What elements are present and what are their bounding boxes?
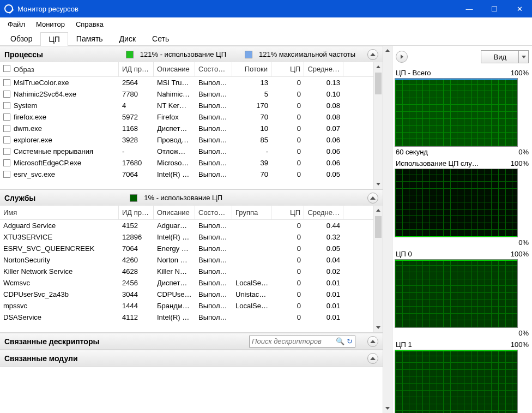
maximize-button[interactable]: ☐ [482, 0, 507, 17]
scroll-down-button[interactable] [374, 323, 383, 332]
col-threads[interactable]: Потоки [232, 62, 271, 76]
close-button[interactable]: ✕ [507, 0, 532, 17]
processes-collapse-button[interactable] [367, 49, 378, 60]
row-checkbox[interactable] [3, 171, 10, 178]
col-svc-name[interactable]: Имя [0, 206, 119, 219]
col-svc-desc[interactable]: Описание [154, 206, 195, 219]
cell-name: ESRV_SVC_QUEENCREEK [0, 244, 119, 253]
tab-disk[interactable]: Диск [111, 32, 144, 45]
table-row[interactable]: System4NT Ker…Выпол…17000.08 [0, 100, 383, 111]
row-checkbox[interactable] [3, 136, 10, 143]
handles-search-input[interactable] [252, 337, 334, 345]
processes-header[interactable]: Процессы 121% - использование ЦП 121% ма… [0, 46, 383, 62]
scroll-up-button[interactable] [374, 206, 383, 215]
minimize-button[interactable]: — [457, 0, 482, 17]
handles-collapse-button[interactable] [367, 336, 378, 347]
tab-memory[interactable]: Память [68, 32, 111, 45]
cell-state: Выпол… [195, 90, 232, 98]
cell-avg: 0.01 [304, 302, 343, 310]
services-collapse-button[interactable] [367, 193, 378, 203]
row-checkbox[interactable] [3, 159, 10, 166]
modules-header[interactable]: Связанные модули [0, 350, 383, 366]
row-checkbox[interactable] [3, 79, 10, 86]
cell-name: mpssvc [0, 302, 119, 310]
scroll-thumb[interactable] [375, 216, 382, 238]
table-row[interactable]: MicrosoftEdgeCP.exe17680Microso…Выпол…39… [0, 157, 383, 169]
table-row[interactable]: explorer.exe3928Провод…Выпол…8500.06 [0, 134, 383, 146]
table-row[interactable]: Системные прерывания-Отлож…Выпол…-00.06 [0, 146, 383, 157]
scroll-up-button[interactable] [383, 46, 392, 55]
tab-overview[interactable]: Обзор [2, 32, 40, 45]
table-row[interactable]: ESRV_SVC_QUEENCREEK7064Energy …Выпол…00.… [0, 243, 383, 254]
cell-cpu: 0 [271, 244, 304, 253]
cell-threads: 70 [232, 113, 271, 121]
select-all-checkbox[interactable] [3, 65, 10, 72]
col-svc-group[interactable]: Группа [232, 206, 271, 219]
refresh-icon[interactable]: ↻ [347, 337, 353, 345]
chart-canvas [395, 259, 518, 328]
main-scrollbar[interactable] [383, 46, 392, 413]
app-icon [4, 4, 13, 13]
processes-scrollbar[interactable] [373, 62, 383, 189]
table-row[interactable]: mpssvc1444Брандм…Выпол…LocalSe…00.01 [0, 300, 383, 312]
row-checkbox[interactable] [3, 113, 10, 121]
view-dropdown[interactable]: Вид [481, 50, 529, 63]
cell-pid: 17680 [119, 159, 154, 167]
table-row[interactable]: Killer Network Service4628Killer N…Выпол… [0, 266, 383, 277]
tab-network[interactable]: Сеть [144, 32, 177, 45]
processes-title: Процессы [4, 50, 43, 59]
cell-name: Adguard Service [0, 222, 119, 230]
col-svc-avg[interactable]: Средне… [304, 206, 343, 219]
col-state[interactable]: Состоя… [195, 62, 232, 76]
chart-title: ЦП 1 [396, 340, 412, 349]
handles-header[interactable]: Связанные дескрипторы 🔍 ↻ [0, 333, 383, 349]
table-row[interactable]: XTU3SERVICE12896Intel(R) …Выпол…00.32 [0, 231, 383, 243]
menu-monitor[interactable]: Монитор [31, 19, 70, 29]
col-svc-cpu[interactable]: ЦП [271, 206, 304, 219]
cell-pid: 7064 [119, 244, 154, 253]
scroll-thumb[interactable] [375, 73, 382, 94]
col-avg[interactable]: Средне… [304, 62, 343, 76]
cell-avg: 0.32 [304, 233, 343, 241]
row-checkbox[interactable] [3, 91, 10, 98]
table-row[interactable]: esrv_svc.exe7064Intel(R) …Выпол…7000.05 [0, 169, 383, 180]
modules-collapse-button[interactable] [367, 353, 378, 364]
col-image[interactable]: Образ [0, 62, 119, 76]
table-row[interactable]: DSAService4112Intel(R) …Выпол…00.01 [0, 312, 383, 323]
cell-desc: Microso… [154, 159, 195, 167]
menu-help[interactable]: Справка [70, 19, 109, 29]
col-svc-pid[interactable]: ИД пр… [119, 206, 154, 219]
tab-cpu[interactable]: ЦП [40, 32, 68, 46]
cell-cpu: 0 [271, 267, 304, 276]
cell-avg: 0.06 [304, 147, 343, 155]
charts-collapse-button[interactable] [396, 51, 408, 63]
table-row[interactable]: Adguard Service4152Adguar…Выпол…00.44 [0, 220, 383, 231]
col-svc-state[interactable]: Состоя… [195, 206, 232, 219]
table-row[interactable]: NortonSecurity4260Norton …Выпол…00.04 [0, 254, 383, 266]
cell-desc: Отлож… [154, 147, 195, 155]
cell-image: Nahimic2Svc64.exe [14, 90, 76, 98]
table-row[interactable]: firefox.exe5972FirefoxВыпол…7000.08 [0, 111, 383, 123]
menu-file[interactable]: Файл [2, 19, 31, 29]
chart-canvas [395, 78, 518, 147]
search-icon[interactable]: 🔍 [336, 337, 344, 345]
col-cpu[interactable]: ЦП [271, 62, 304, 76]
col-desc[interactable]: Описание [154, 62, 195, 76]
services-header[interactable]: Службы 1% - использование ЦП [0, 189, 383, 206]
services-scrollbar[interactable] [373, 206, 383, 332]
cell-pid: 1444 [119, 302, 154, 310]
row-checkbox[interactable] [3, 148, 10, 155]
table-row[interactable]: MsiTrueColor.exe2564MSI Tru…Выпол…1300.1… [0, 77, 383, 88]
table-row[interactable]: CDPUserSvc_2a43b3044CDPUse…Выпол…Unistac… [0, 289, 383, 300]
row-checkbox[interactable] [3, 125, 10, 132]
row-checkbox[interactable] [3, 102, 10, 109]
scroll-up-button[interactable] [374, 62, 383, 71]
cell-state: Выпол… [195, 244, 232, 253]
table-row[interactable]: Wcmsvc2456Диспет…Выпол…LocalSe…00.01 [0, 277, 383, 289]
scroll-down-button[interactable] [374, 179, 383, 189]
col-pid[interactable]: ИД пр… [119, 62, 154, 76]
chart-canvas [395, 169, 518, 237]
scroll-down-button[interactable] [383, 404, 392, 413]
table-row[interactable]: Nahimic2Svc64.exe7780Nahimic…Выпол…500.1… [0, 88, 383, 100]
table-row[interactable]: dwm.exe1168Диспет…Выпол…1000.07 [0, 123, 383, 134]
